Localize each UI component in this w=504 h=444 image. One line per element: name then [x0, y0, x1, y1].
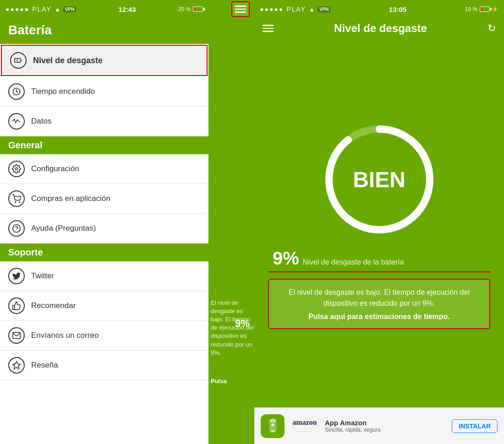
gauge-circle: BIEN: [320, 120, 439, 239]
info-box-action[interactable]: Pulsa aquí para estimaciones de tiempo.: [276, 313, 482, 321]
clock-icon: [8, 83, 25, 100]
middle-top-bar: [208, 0, 254, 18]
gauge-area: BIEN 9% Nivel de desgaste de la batería …: [254, 41, 504, 407]
twitter-icon: [8, 268, 25, 284]
nivel-label: Nivel de desgaste: [33, 56, 103, 65]
vpn-badge-right: VPN: [318, 6, 331, 12]
percent-row: 9% Nivel de desgaste de la batería El ni…: [263, 248, 495, 329]
wifi-icon-right: ▲: [309, 6, 315, 13]
battery-ad-icon: 🔋: [265, 418, 281, 433]
percent-display: 9% Nivel de desgaste de la batería: [268, 248, 490, 269]
status-bar-right: ●●●●● PLAY ▲ VPN 13:05 19 % ⚡: [254, 0, 504, 18]
left-panel: ●●●●● PLAY ▲ VPN 12:43 20 % Batería: [0, 0, 208, 444]
hamburger-line-1: [235, 5, 246, 7]
menu-item-nivel[interactable]: Nivel de desgaste: [1, 45, 208, 76]
menu-item-config[interactable]: Configuración: [0, 154, 208, 184]
menu-item-datos[interactable]: Datos: [0, 107, 208, 136]
menu-item-twitter[interactable]: Twitter: [0, 261, 208, 291]
menu-item-correo[interactable]: Envíanos un correo: [0, 321, 208, 351]
menu-item-recomendar[interactable]: Recomendar: [0, 291, 208, 321]
section-general: General: [0, 136, 208, 154]
h-line-3: [263, 31, 274, 32]
status-time-right: 13:05: [389, 5, 406, 13]
hamburger-line-2: [235, 9, 246, 10]
thumb-icon: [8, 298, 25, 314]
header-left: Batería: [0, 18, 208, 44]
ad-subtitle: Sincilla, rápida, segura: [325, 427, 445, 433]
app-title: Batería: [8, 23, 52, 37]
header-right: Nivel de desgaste ↻: [254, 18, 504, 41]
hamburger-button[interactable]: [231, 1, 250, 17]
status-right-carrier: ●●●●● PLAY ▲ VPN: [260, 5, 330, 13]
menu-list: Nivel de desgaste Tiempo encendido Datos…: [0, 44, 208, 380]
battery-icon-left: [193, 6, 203, 12]
menu-item-resena[interactable]: Reseña: [0, 351, 208, 380]
install-button[interactable]: INSTALAR: [452, 419, 498, 433]
config-label: Configuración: [31, 164, 79, 173]
info-box[interactable]: El nivel de desgaste es bajo. El tiempo …: [268, 279, 490, 329]
amazon-arrow: ﹏﹏﹏: [297, 427, 312, 433]
vpn-badge: VPN: [63, 6, 77, 12]
svg-marker-10: [13, 362, 21, 369]
percent-desc: Nivel de desgaste de la batería: [303, 258, 404, 266]
compras-label: Compras en aplicación: [31, 194, 110, 203]
status-bar-left: ●●●●● PLAY ▲ VPN 12:43 20 %: [0, 0, 208, 18]
info-box-text: El nivel de desgaste es bajo. El tiempo …: [276, 287, 482, 309]
percent-number: 9%: [273, 248, 299, 269]
status-right-right: 19 % ⚡: [465, 6, 499, 12]
refresh-button[interactable]: ↻: [488, 22, 496, 34]
signal-dots: ●●●●● PLAY: [5, 5, 52, 13]
correo-label: Envíanos un correo: [31, 331, 99, 340]
resena-label: Reseña: [31, 361, 58, 370]
menu-item-ayuda[interactable]: Ayuda (Preguntas): [0, 214, 208, 244]
red-underline: [268, 271, 490, 272]
amazon-logo: amazon ﹏﹏﹏: [291, 417, 318, 435]
battery-shape-right: [480, 6, 490, 12]
gear-icon: [8, 161, 25, 177]
battery-percent-right: 19 %: [465, 6, 477, 12]
ad-info: App Amazon Sincilla, rápida, segura: [325, 419, 445, 433]
menu-item-compras[interactable]: Compras en aplicación: [0, 184, 208, 214]
battery-percent-left: 20 %: [178, 6, 191, 12]
status-left-info: ●●●●● PLAY ▲ VPN: [5, 5, 76, 13]
h-line-1: [263, 25, 274, 26]
status-right-left: 20 %: [178, 6, 203, 12]
gauge-status-label: BIEN: [353, 167, 405, 192]
hamburger-right[interactable]: [263, 25, 274, 32]
ad-strip: 🔋 amazon ﹏﹏﹏ App Amazon Sincilla, rápida…: [254, 407, 504, 444]
right-panel: ●●●●● PLAY ▲ VPN 13:05 19 % ⚡ Nivel de d…: [254, 0, 504, 444]
battery-fill-right: [481, 7, 482, 11]
question-icon: [8, 220, 25, 237]
amazon-text: amazon: [292, 418, 317, 427]
recomendar-label: Recomendar: [31, 301, 76, 310]
signal-dots-right: ●●●●● PLAY: [260, 5, 306, 13]
status-time-left: 12:43: [118, 5, 136, 13]
section-soporte: Soporte: [0, 244, 208, 261]
battery-shape-left: [193, 6, 203, 12]
menu-item-tiempo[interactable]: Tiempo encendido: [0, 77, 208, 107]
battery-icon-right: ⚡: [480, 6, 499, 12]
svg-point-5: [16, 168, 18, 170]
battery-menu-icon: [10, 52, 27, 69]
envelope-icon: [8, 327, 25, 344]
tiempo-label: Tiempo encendido: [31, 87, 95, 96]
ayuda-label: Ayuda (Preguntas): [31, 224, 96, 233]
ad-app-icon: 🔋: [261, 414, 285, 438]
charging-icon: ⚡: [492, 6, 499, 12]
hamburger-line-3: [235, 11, 246, 13]
middle-description: El nivel de desgaste es bajo. El tiempo …: [211, 299, 254, 357]
wave-icon: [8, 113, 25, 130]
right-panel-title: Nivel de desgaste: [334, 22, 427, 35]
star-icon: [8, 357, 25, 374]
h-line-2: [263, 28, 274, 29]
ad-title: App Amazon: [325, 419, 445, 427]
cart-icon: [8, 190, 25, 207]
datos-label: Datos: [31, 117, 51, 126]
middle-pulsa[interactable]: Pulsa: [211, 378, 227, 384]
svg-point-7: [19, 202, 20, 203]
middle-panel: 9% El nivel de desgaste es bajo. El tiem…: [208, 0, 254, 444]
battery-fill-left: [194, 7, 196, 11]
svg-point-6: [15, 202, 16, 203]
wifi-icon: ▲: [55, 6, 60, 13]
twitter-label: Twitter: [31, 271, 54, 281]
